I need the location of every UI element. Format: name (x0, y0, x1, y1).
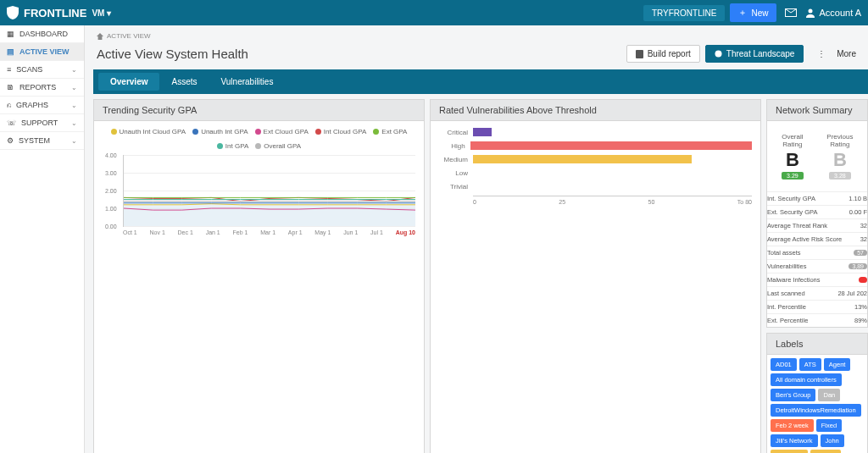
legend-item: Ext Cloud GPA (255, 128, 309, 135)
breadcrumb: ACTIVE VIEW (93, 25, 868, 43)
brand-name: FRONTLINE (24, 7, 86, 19)
mail-icon[interactable] (785, 8, 797, 17)
label-chip[interactable]: Agent (824, 358, 851, 371)
plus-icon: ＋ (738, 7, 747, 19)
label-chip[interactable]: Feb 2 week (771, 419, 814, 432)
card-title: Rated Vulnerabilities Above Threshold (439, 105, 597, 115)
chevron-down-icon: ⌄ (71, 137, 77, 145)
label-chip[interactable]: Jill's Network (771, 434, 818, 447)
sidebar-item-system[interactable]: ⚙ SYSTEM ⌄ (0, 132, 84, 150)
more-button[interactable]: ⋮ More (809, 46, 865, 62)
legend-item: Ext GPA (373, 128, 407, 135)
svg-rect-2 (636, 50, 643, 58)
label-chip[interactable]: Ben's Group (771, 389, 815, 401)
more-icon: ⋮ (817, 49, 826, 58)
label-chip[interactable]: ATS (799, 358, 821, 371)
doc-icon (636, 50, 643, 58)
graph-icon: ⎌ (7, 101, 11, 109)
stat-row: Vulnerabilities3,89 (767, 259, 867, 273)
stat-row: Int. Security GPA1.10 B (767, 191, 867, 205)
support-icon: ☏ (7, 119, 16, 127)
tab-vulnerabilities[interactable]: Vulnerabilities (209, 73, 286, 91)
sidebar-item-reports[interactable]: 🗎 REPORTS ⌄ (0, 79, 84, 97)
previous-rating: B (821, 151, 859, 169)
card-title: Labels (776, 339, 803, 349)
label-chip[interactable]: John Test (771, 450, 808, 453)
chevron-down-icon: ⌄ (71, 66, 77, 74)
brand: FRONTLINE VM ▾ (7, 6, 111, 19)
rated-row: Critical (439, 128, 752, 136)
network-summary-card: Network Summary Overall RatingB3.29 Prev… (766, 99, 868, 328)
label-chip[interactable]: John (821, 434, 844, 447)
stat-row: Total assets57 (767, 246, 867, 259)
sidebar-item-label: SUPPORT (21, 119, 58, 127)
stat-row: Int. Percentile13% (767, 300, 867, 313)
label-chip[interactable]: All domain controllers (771, 373, 842, 386)
svg-point-1 (809, 9, 813, 14)
rated-row: Medium (439, 155, 752, 163)
legend-item: Int GPA (217, 142, 248, 150)
tabs: OverviewAssetsVulnerabilities (93, 69, 868, 94)
tab-assets[interactable]: Assets (159, 73, 209, 91)
try-button[interactable]: TRYFRONTLINE (643, 5, 726, 21)
chevron-down-icon: ▾ (107, 8, 111, 18)
stat-row: Average Threat Rank32 (767, 218, 867, 232)
stat-row: Last scanned28 Jul 202 (767, 286, 867, 300)
list-icon: ≡ (7, 65, 11, 74)
gear-icon: ⚙ (7, 136, 14, 145)
chevron-down-icon: ⌄ (71, 84, 77, 91)
new-button[interactable]: ＋New (730, 3, 776, 22)
home-icon (97, 33, 103, 40)
user-icon (805, 8, 815, 18)
label-chip[interactable]: Linux 2 (810, 450, 841, 453)
rated-row: High (439, 141, 752, 150)
rated-row: Trivial (439, 182, 752, 191)
threat-landscape-button[interactable]: Threat Landscape (705, 45, 804, 63)
chevron-down-icon: ⌄ (71, 102, 77, 109)
sidebar-item-dashboard[interactable]: ▦ DASHBOARD (0, 25, 84, 43)
layers-icon: ▤ (7, 47, 14, 56)
card-title: Network Summary (776, 105, 852, 115)
sidebar-item-label: GRAPHS (16, 101, 48, 109)
top-bar: FRONTLINE VM ▾ TRYFRONTLINE ＋New Account… (0, 0, 868, 25)
build-report-button[interactable]: Build report (626, 45, 700, 63)
previous-label: Previous Rating (821, 133, 859, 148)
legend-item: Overall GPA (255, 142, 301, 150)
grid-icon: ▦ (7, 30, 14, 38)
chevron-down-icon: ⌄ (71, 119, 77, 127)
account-menu[interactable]: Account A (805, 8, 861, 18)
sidebar-item-scans[interactable]: ≡ SCANS ⌄ (0, 61, 84, 79)
labels-card: Labels AD01ATSAgentAll domain controller… (766, 333, 868, 453)
sidebar-item-label: ACTIVE VIEW (19, 47, 70, 56)
sidebar-item-graphs[interactable]: ⎌ GRAPHS ⌄ (0, 97, 84, 114)
sidebar-item-label: SYSTEM (19, 136, 50, 145)
stat-row: Ext. Security GPA0.00 F (767, 205, 867, 218)
sidebar-item-label: DASHBOARD (19, 30, 68, 38)
overall-rating: B (776, 151, 810, 169)
sidebar-item-active-view[interactable]: ▤ ACTIVE VIEW (0, 43, 84, 61)
legend-item: Unauth Int GPA (192, 128, 248, 135)
shield-icon (7, 6, 19, 19)
main-content: ACTIVE VIEW Active View System Health Bu… (85, 25, 868, 453)
globe-icon (715, 50, 722, 58)
trending-gpa-card: Trending Security GPA Unauth Int Cloud G… (93, 99, 425, 453)
page-title: Active View System Health (97, 47, 248, 61)
overall-label: Overall Rating (776, 133, 810, 148)
sidebar-item-label: REPORTS (19, 83, 56, 91)
doc-icon: 🗎 (7, 83, 14, 91)
label-chip[interactable]: Dan (818, 389, 840, 401)
card-title: Trending Security GPA (103, 105, 197, 115)
stat-row: Malware Infections (767, 273, 867, 286)
label-chip[interactable]: Fixed (816, 419, 842, 432)
stat-row: Average Active Risk Score32 (767, 232, 867, 246)
title-bar: Active View System Health Build report T… (93, 43, 868, 69)
rated-vuln-card: Rated Vulnerabilities Above Threshold Cr… (430, 99, 761, 453)
sidebar: ▦ DASHBOARD ▤ ACTIVE VIEW ≡ SCANS ⌄ 🗎 RE… (0, 25, 85, 453)
product-switcher[interactable]: VM ▾ (92, 8, 111, 18)
legend-item: Int Cloud GPA (315, 128, 367, 135)
label-chip[interactable]: DetroitWindowsRemediation (771, 404, 861, 417)
tab-overview[interactable]: Overview (98, 73, 159, 91)
label-chip[interactable]: AD01 (771, 358, 797, 371)
stat-row: Ext. Percentile89% (767, 313, 867, 327)
sidebar-item-support[interactable]: ☏ SUPPORT ⌄ (0, 114, 84, 132)
